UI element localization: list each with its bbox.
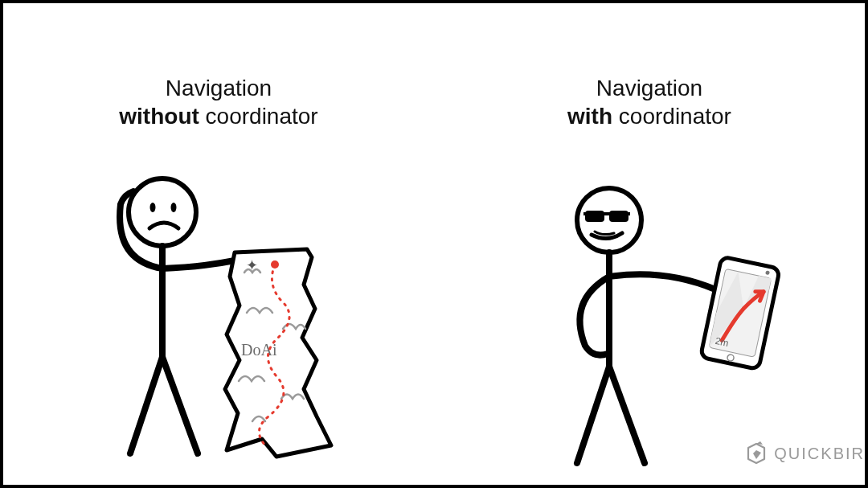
map-start-pin — [271, 260, 279, 269]
caption-line2: with coordinator — [434, 102, 865, 130]
paper-map: ✦ DoAi — [225, 249, 331, 457]
caption-emphasis: with — [567, 104, 612, 129]
left-leg — [130, 357, 162, 453]
caption-emphasis: without — [119, 104, 199, 129]
map-corner-glyph: ✦ — [246, 257, 258, 273]
stickfigure-phone-illustration: 2m — [481, 148, 818, 470]
quickbird-logo-icon — [745, 441, 768, 465]
right-arm — [609, 274, 715, 289]
gps-phone: 2m — [700, 256, 780, 370]
stickfigure-map-illustration: ✦ DoAi — [66, 148, 371, 470]
caption-line2: without coordinator — [3, 102, 434, 130]
right-leg — [609, 367, 645, 463]
right-arm — [162, 260, 235, 269]
caption-line1: Navigation — [434, 74, 865, 102]
left-eye — [150, 203, 156, 212]
left-arm — [579, 277, 609, 355]
right-leg — [162, 357, 198, 453]
quickbird-logo: QUICKBIR — [745, 441, 865, 465]
panel-without-coordinator: Navigation without coordinator — [3, 3, 434, 485]
caption-with: Navigation with coordinator — [434, 74, 865, 130]
right-eye — [171, 203, 177, 212]
svg-rect-2 — [583, 212, 630, 215]
head — [129, 178, 196, 246]
logo-text: QUICKBIR — [774, 445, 865, 463]
drawing-with: 2m — [434, 148, 865, 485]
caption-rest: coordinator — [612, 104, 731, 129]
left-leg — [577, 367, 609, 463]
drawing-without: ✦ DoAi — [3, 148, 434, 485]
caption-without: Navigation without coordinator — [3, 74, 434, 130]
panel-with-coordinator: Navigation with coordinator — [434, 3, 865, 485]
map-region-label: DoAi — [241, 341, 277, 359]
caption-rest: coordinator — [199, 104, 318, 129]
caption-line1: Navigation — [3, 74, 434, 102]
